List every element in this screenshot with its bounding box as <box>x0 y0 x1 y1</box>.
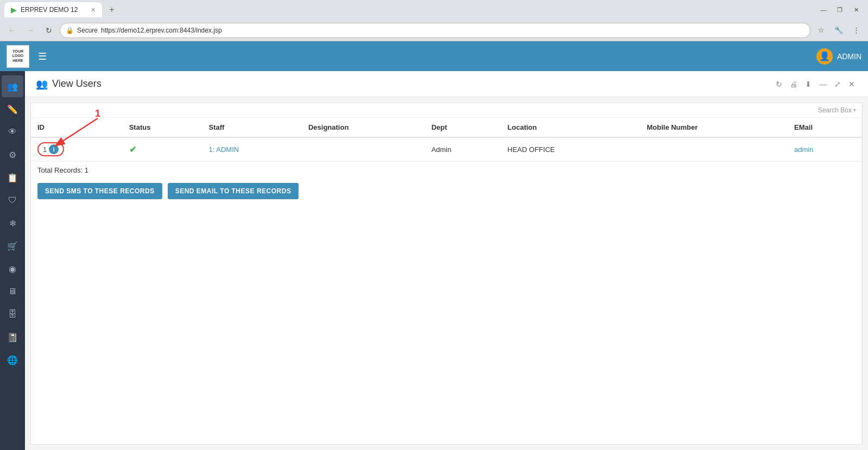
browser-toolbar-actions: ☆ 🔧 ⋮ <box>814 23 864 38</box>
page-title-icon: 👥 <box>36 78 48 90</box>
email-link[interactable]: admin <box>794 145 813 154</box>
hamburger-menu-button[interactable]: ☰ <box>36 48 49 65</box>
sidebar-item-view[interactable]: 👁 <box>2 121 23 143</box>
forward-button[interactable]: → <box>23 23 38 38</box>
minimize-panel-icon[interactable]: — <box>817 79 829 90</box>
secure-label: Secure <box>77 27 98 34</box>
window-controls: — ❐ ✕ <box>816 4 864 15</box>
table-header: ID Status Staff Designation Dept Locatio… <box>31 118 862 137</box>
cell-id: 1 i <box>31 137 123 161</box>
sidebar-item-reports[interactable]: 📋 <box>2 167 23 188</box>
print-icon[interactable]: 🖨 <box>788 79 800 90</box>
action-buttons: SEND SMS TO THESE RECORDS SEND EMAIL TO … <box>31 179 862 204</box>
refresh-icon[interactable]: ↻ <box>774 79 784 90</box>
tab-title: ERPREV DEMO 12 <box>21 6 78 14</box>
col-location: Location <box>501 118 641 137</box>
sidebar-item-globe[interactable]: 🌐 <box>2 349 23 371</box>
app-body: 👥 ✏️ 👁 ⚙ 📋 🛡 ❄ 🛒 ◉ 🖥 🗄 📓 🌐 👥 <box>0 71 868 450</box>
user-info: 👤 ADMIN <box>816 48 861 65</box>
address-bar[interactable]: 🔒 Secure https://demo12.erprev.com:8443/… <box>60 23 810 38</box>
table-body: 1 i ✔ 1: ADMIN <box>31 137 862 161</box>
col-staff: Staff <box>202 118 302 137</box>
sidebar-item-edit[interactable]: ✏️ <box>2 98 23 120</box>
download-icon[interactable]: ⬇ <box>803 79 814 90</box>
col-designation: Designation <box>302 118 425 137</box>
back-button[interactable]: ← <box>4 23 20 38</box>
sidebar: 👥 ✏️ 👁 ⚙ 📋 🛡 ❄ 🛒 ◉ 🖥 🗄 📓 🌐 <box>0 71 25 450</box>
table-row: 1 i ✔ 1: ADMIN <box>31 137 862 161</box>
page-title: View Users <box>52 78 102 90</box>
page-actions: ↻ 🖨 ⬇ — ⤢ ✕ <box>774 79 857 90</box>
user-name: ADMIN <box>837 52 861 61</box>
cell-mobile <box>640 137 788 161</box>
browser-toolbar: ← → ↻ 🔒 Secure https://demo12.erprev.com… <box>0 20 868 41</box>
col-dept: Dept <box>425 118 501 137</box>
maximize-button[interactable]: ❐ <box>832 4 847 15</box>
send-email-button[interactable]: SEND EMAIL TO THESE RECORDS <box>168 183 299 199</box>
minimize-button[interactable]: — <box>816 4 831 15</box>
logo: YOUR LOGO HERE <box>7 45 29 68</box>
secure-lock-icon: 🔒 <box>66 27 74 34</box>
bookmark-star-icon[interactable]: ☆ <box>814 23 829 38</box>
content-area: 👥 View Users ↻ 🖨 ⬇ — ⤢ ✕ <box>25 71 868 450</box>
cell-location: HEAD OFFICE <box>501 137 641 161</box>
sidebar-item-shield[interactable]: 🛡 <box>2 189 23 211</box>
sidebar-item-cart[interactable]: 🛒 <box>2 235 23 257</box>
close-panel-icon[interactable]: ✕ <box>846 79 857 90</box>
staff-link[interactable]: 1: ADMIN <box>209 145 239 154</box>
cell-email: admin <box>788 137 862 161</box>
sidebar-item-monitor[interactable]: 🖥 <box>2 281 23 302</box>
col-status: Status <box>123 118 202 137</box>
send-sms-button[interactable]: SEND SMS TO THESE RECORDS <box>37 183 162 199</box>
reload-button[interactable]: ↻ <box>41 23 56 38</box>
cell-dept: Admin <box>425 137 501 161</box>
sidebar-item-database[interactable]: 🗄 <box>2 303 23 325</box>
browser-titlebar: ▶ ERPREV DEMO 12 ✕ + — ❐ ✕ <box>0 0 868 20</box>
col-id: ID <box>31 118 123 137</box>
url-text[interactable]: https://demo12.erprev.com:8443/index.jsp <box>101 27 804 34</box>
sidebar-item-circle[interactable]: ◉ <box>2 258 23 280</box>
page-title-area: 👥 View Users <box>36 78 102 90</box>
cell-designation <box>302 137 425 161</box>
id-number: 1 <box>43 145 47 154</box>
search-box-icon: + <box>853 106 857 114</box>
col-email: EMail <box>788 118 862 137</box>
cell-staff: 1: ADMIN <box>202 137 302 161</box>
tab-close-button[interactable]: ✕ <box>91 7 96 14</box>
cell-status: ✔ <box>123 137 202 161</box>
app-header: YOUR LOGO HERE ☰ 👤 ADMIN <box>0 41 868 71</box>
close-window-button[interactable]: ✕ <box>848 4 864 15</box>
total-records: Total Records: 1 <box>31 161 862 179</box>
users-table: ID Status Staff Designation Dept Locatio… <box>31 118 862 161</box>
id-circle-annotation: 1 i <box>37 142 64 156</box>
expand-icon[interactable]: ⤢ <box>832 79 843 90</box>
page-header: 👥 View Users ↻ 🖨 ⬇ — ⤢ ✕ <box>25 71 868 97</box>
more-menu-button[interactable]: ⋮ <box>848 23 864 38</box>
col-mobile: Mobile Number <box>640 118 788 137</box>
app-container: YOUR LOGO HERE ☰ 👤 ADMIN 👥 ✏️ 👁 ⚙ 📋 🛡 ❄ … <box>0 41 868 450</box>
table-container: Search Box + ID Status Staff Designation… <box>30 103 863 445</box>
sidebar-item-settings[interactable]: ⚙ <box>2 144 23 166</box>
avatar: 👤 <box>816 48 833 65</box>
status-check-icon: ✔ <box>129 145 136 154</box>
tab-favicon: ▶ <box>11 6 16 14</box>
search-bar-row: Search Box + <box>31 103 862 118</box>
extensions-icon[interactable]: 🔧 <box>831 23 846 38</box>
new-tab-button[interactable]: + <box>104 2 119 17</box>
search-box-label: Search Box <box>818 106 852 114</box>
browser-tab[interactable]: ▶ ERPREV DEMO 12 ✕ <box>4 2 102 17</box>
sidebar-item-users[interactable]: 👥 <box>2 75 23 97</box>
sidebar-item-notebook[interactable]: 📓 <box>2 326 23 348</box>
search-box-link[interactable]: Search Box + <box>818 106 857 114</box>
sidebar-item-freeze[interactable]: ❄ <box>2 212 23 234</box>
info-icon[interactable]: i <box>49 144 59 154</box>
